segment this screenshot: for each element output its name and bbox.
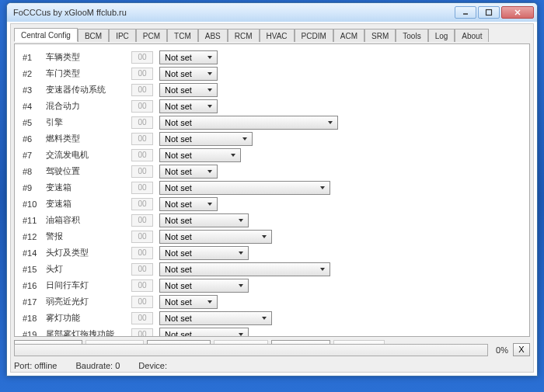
chevron-down-icon [235,216,246,225]
tab-tcm[interactable]: TCM [167,29,198,42]
row-select[interactable]: Not set [159,67,218,81]
tab-acm[interactable]: ACM [333,29,364,42]
tab-bcm[interactable]: BCM [78,29,109,42]
row-select[interactable]: Not set [159,148,241,162]
row-select[interactable]: Not set [159,116,338,130]
chevron-down-icon [204,53,214,62]
row-id: #3 [18,85,46,95]
row-value-input[interactable]: 00 [131,100,153,113]
config-scroll[interactable]: #1车辆类型00Not set#2车门类型00Not set#3变速器传动系统0… [15,44,529,336]
row-select[interactable]: Not set [159,230,272,244]
minimize-button[interactable] [455,6,476,19]
svg-rect-1 [486,10,492,16]
row-label: 变速箱 [46,198,131,210]
config-row: #15头灯00Not set [18,261,526,277]
row-select[interactable]: Not set [159,262,330,276]
tab-hvac[interactable]: HVAC [260,29,295,42]
progress-cancel-button[interactable]: X [513,343,530,356]
row-select[interactable]: Not set [159,311,272,325]
row-id: #18 [18,314,46,323]
row-id: #10 [18,199,46,209]
row-label: 交流发电机 [46,149,131,161]
tab-central-config[interactable]: Central Config [14,28,78,42]
chevron-down-icon [325,118,335,127]
titlebar: FoCCCus by xGlooM ffclub.ru [7,3,537,22]
row-label: 驾驶位置 [46,165,131,177]
svg-marker-16 [239,252,243,255]
tab-strip: Central ConfigBCMIPCPCMTCMABSRCMHVACPCDI… [11,24,533,41]
row-select[interactable]: Not set [159,295,218,309]
row-value-input[interactable]: 00 [131,68,153,80]
tab-tools[interactable]: Tools [396,29,427,42]
row-value-input[interactable]: 00 [131,296,153,308]
row-id: #8 [18,167,46,176]
row-select[interactable]: Not set [159,246,249,260]
row-select-text: Not set [165,281,192,290]
row-value-input[interactable]: 00 [131,84,153,96]
row-select[interactable]: Not set [159,165,218,179]
row-select[interactable]: Not set [159,279,249,293]
row-select[interactable]: Not set [159,197,218,211]
row-label: 警报 [46,231,131,242]
row-select[interactable]: Not set [159,50,218,64]
row-select-text: Not set [165,69,192,78]
row-id: #5 [18,118,46,127]
row-value-input[interactable]: 00 [131,51,153,64]
tab-ipc[interactable]: IPC [109,29,136,42]
row-value-input[interactable]: 00 [131,312,153,324]
row-select[interactable]: Not set [159,181,330,195]
row-select[interactable]: Not set [159,99,218,113]
config-row: #4混合动力00Not set [18,98,526,114]
svg-marker-12 [320,186,325,189]
row-value-input[interactable]: 00 [131,133,153,145]
tab-abs[interactable]: ABS [198,29,228,42]
chevron-down-icon [204,297,214,307]
row-value-input[interactable]: 00 [131,198,153,210]
svg-marker-20 [262,317,267,320]
config-row: #11油箱容积00Not set [18,212,526,228]
progress-bar [14,344,488,356]
svg-marker-15 [262,235,267,238]
maximize-button[interactable] [478,6,500,19]
row-value-input[interactable]: 00 [131,263,153,276]
row-value-input[interactable]: 00 [131,182,153,194]
row-value-input[interactable]: 00 [131,328,153,337]
row-id: #11 [18,216,46,225]
row-value-input[interactable]: 00 [131,214,153,227]
svg-marker-21 [239,333,243,336]
tab-pcm[interactable]: PCM [136,29,167,42]
svg-marker-8 [328,121,333,124]
row-select-text: Not set [165,167,192,176]
row-id: #2 [18,69,46,78]
tab-panel-central-config: #1车辆类型00Not set#2车门类型00Not set#3变速器传动系统0… [14,43,530,337]
svg-marker-6 [207,88,212,92]
row-id: #16 [18,281,46,290]
row-select-text: Not set [165,85,192,95]
close-button[interactable] [501,6,534,19]
row-value-input[interactable]: 00 [131,279,153,292]
row-select[interactable]: Not set [159,132,253,146]
row-select-text: Not set [165,199,192,209]
progress-percent: 0% [493,345,508,355]
row-select-text: Not set [165,232,192,241]
row-select[interactable]: Not set [159,83,218,97]
tab-pcdim[interactable]: PCDIM [295,29,333,42]
row-select[interactable]: Not set [159,328,249,337]
row-value-input[interactable]: 00 [131,149,153,161]
row-value-input[interactable]: 00 [131,231,153,243]
row-id: #9 [18,183,46,193]
row-value-input[interactable]: 00 [131,247,153,259]
config-row: #7交流发电机00Not set [18,147,526,163]
chevron-down-icon [259,314,269,323]
tab-log[interactable]: Log [428,29,455,42]
row-value-input[interactable]: 00 [131,116,153,129]
tab-rcm[interactable]: RCM [228,29,260,42]
row-value-input[interactable]: 00 [131,165,153,178]
tab-srm[interactable]: SRM [364,29,396,42]
progress-row: 0% X [14,343,530,356]
app-window: FoCCCus by xGlooM ffclub.ru Central Conf… [6,2,538,376]
row-select[interactable]: Not set [159,213,249,227]
row-id: #7 [18,151,46,160]
chevron-down-icon [235,248,246,258]
tab-about[interactable]: About [455,29,489,42]
